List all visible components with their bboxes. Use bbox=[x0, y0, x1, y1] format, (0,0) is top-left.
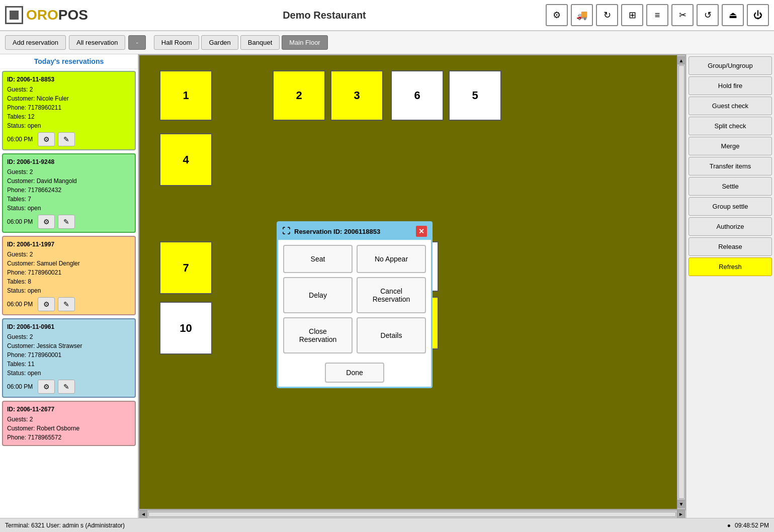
card-guests-1: Guests: 2 bbox=[7, 167, 131, 176]
right-btn-0[interactable]: Group/Ungroup bbox=[689, 56, 772, 75]
card-edit-btn-0[interactable]: ✎ bbox=[58, 132, 75, 146]
card-customer-0: Customer: Nicole Fuler bbox=[7, 94, 131, 103]
all-reservation-button[interactable]: All reservation bbox=[69, 35, 125, 50]
right-btn-2[interactable]: Guest check bbox=[689, 97, 772, 115]
card-footer-2: 06:00 PM ⚙ ✎ bbox=[7, 297, 131, 311]
reservation-card-2[interactable]: ID: 2006-11-1997 Guests: 2 Customer: Sam… bbox=[2, 236, 136, 315]
card-footer-1: 06:00 PM ⚙ ✎ bbox=[7, 215, 131, 229]
card-status-2: Status: open bbox=[7, 286, 131, 295]
scroll-track-v bbox=[678, 65, 684, 499]
table-1[interactable]: 1 bbox=[159, 70, 212, 121]
scroll-up-arrow[interactable]: ▲ bbox=[677, 56, 685, 64]
card-phone-3: Phone: 7178960001 bbox=[7, 350, 131, 360]
card-edit-btn-1[interactable]: ✎ bbox=[58, 215, 75, 229]
modal-seat-button[interactable]: Seat bbox=[283, 245, 353, 273]
card-footer-3: 06:00 PM ⚙ ✎ bbox=[7, 380, 131, 394]
card-id-0: ID: 2006-11-8853 bbox=[7, 75, 131, 84]
floor-scrollbar-h[interactable]: ◄ ► bbox=[138, 510, 686, 518]
table-7[interactable]: 7 bbox=[159, 241, 212, 294]
logo-pos: POS bbox=[58, 7, 88, 23]
reservation-card-1[interactable]: ID: 2006-11-9248 Guests: 2 Customer: Dav… bbox=[2, 153, 136, 233]
card-id-4: ID: 2006-11-2677 bbox=[7, 405, 131, 414]
right-btn-3[interactable]: Split check bbox=[689, 117, 772, 135]
card-settings-btn-1[interactable]: ⚙ bbox=[38, 215, 55, 229]
settings-button[interactable]: ⚙ bbox=[546, 4, 568, 26]
card-edit-btn-2[interactable]: ✎ bbox=[58, 297, 75, 311]
room-tabs: Hall Room Garden Banquet Main Floor bbox=[154, 35, 328, 50]
card-time-0: 06:00 PM bbox=[7, 135, 33, 144]
card-settings-btn-3[interactable]: ⚙ bbox=[38, 380, 55, 394]
table-3[interactable]: 3 bbox=[330, 70, 383, 121]
card-footer-0: 06:00 PM ⚙ ✎ bbox=[7, 132, 131, 146]
card-tables-2: Tables: 8 bbox=[7, 277, 131, 286]
card-customer-4: Customer: Robert Osborne bbox=[7, 424, 131, 433]
terminal-info: Terminal: 6321 User: admin s (Administra… bbox=[5, 522, 125, 529]
time-button[interactable]: ↺ bbox=[697, 4, 719, 26]
modal-body: Seat No Appear Delay Cancel Reservation … bbox=[278, 240, 431, 359]
right-btn-7[interactable]: Group settle bbox=[689, 197, 772, 216]
modal-delay-button[interactable]: Delay bbox=[283, 277, 353, 313]
scroll-track-h bbox=[148, 512, 676, 517]
reservation-card-4[interactable]: ID: 2006-11-2677 Guests: 2 Customer: Rob… bbox=[2, 401, 136, 446]
reservation-card-3[interactable]: ID: 2006-11-0961 Guests: 2 Customer: Jes… bbox=[2, 318, 136, 398]
modal-cancel-button[interactable]: Cancel Reservation bbox=[357, 277, 426, 313]
card-phone-1: Phone: 7178662432 bbox=[7, 186, 131, 195]
table-5[interactable]: 5 bbox=[449, 70, 501, 121]
card-guests-3: Guests: 2 bbox=[7, 332, 131, 341]
room-tab-garden[interactable]: Garden bbox=[201, 35, 238, 50]
reservation-card-0[interactable]: ID: 2006-11-8853 Guests: 2 Customer: Nic… bbox=[2, 71, 136, 150]
scroll-left-arrow[interactable]: ◄ bbox=[139, 510, 147, 518]
header-title: Demo Restaurant bbox=[103, 10, 546, 21]
table-2[interactable]: 2 bbox=[273, 70, 325, 121]
room-tab-hall[interactable]: Hall Room bbox=[154, 35, 200, 50]
room-tab-main[interactable]: Main Floor bbox=[282, 35, 327, 50]
card-phone-4: Phone: 7178965572 bbox=[7, 433, 131, 442]
scroll-right-arrow[interactable]: ► bbox=[677, 510, 685, 518]
room-tab-banquet[interactable]: Banquet bbox=[240, 35, 280, 50]
card-id-1: ID: 2006-11-9248 bbox=[7, 157, 131, 166]
card-customer-2: Customer: Samuel Dengler bbox=[7, 259, 131, 268]
right-btn-4[interactable]: Merge bbox=[689, 137, 772, 155]
minus-button[interactable]: - bbox=[128, 35, 145, 50]
list-button[interactable]: ≡ bbox=[646, 4, 668, 26]
right-btn-5[interactable]: Transfer items bbox=[689, 157, 772, 175]
floor-scrollbar-v[interactable]: ▲ ▼ bbox=[677, 55, 685, 509]
logo-text: OROPOS bbox=[26, 7, 88, 23]
modal-close-button[interactable]: ✕ bbox=[416, 226, 427, 237]
card-settings-btn-2[interactable]: ⚙ bbox=[38, 297, 55, 311]
modal-no-appear-button[interactable]: No Appear bbox=[357, 245, 426, 273]
delivery-button[interactable]: 🚚 bbox=[571, 4, 593, 26]
modal-details-button[interactable]: Details bbox=[357, 317, 426, 353]
right-btn-10[interactable]: Refresh bbox=[689, 257, 772, 276]
exit-button[interactable]: ⏏ bbox=[722, 4, 744, 26]
card-customer-1: Customer: David Mangold bbox=[7, 176, 131, 186]
refresh-button[interactable]: ↻ bbox=[596, 4, 618, 26]
grid-button[interactable]: ⊞ bbox=[621, 4, 643, 26]
sidebar-list: ID: 2006-11-8853 Guests: 2 Customer: Nic… bbox=[0, 69, 138, 518]
card-tables-0: Tables: 12 bbox=[7, 112, 131, 121]
right-btn-6[interactable]: Settle bbox=[689, 177, 772, 196]
status-time: 09:48:52 PM bbox=[735, 522, 769, 529]
right-btn-1[interactable]: Hold fire bbox=[689, 76, 772, 95]
table-10[interactable]: 10 bbox=[159, 302, 212, 354]
card-tables-3: Tables: 11 bbox=[7, 360, 131, 369]
power-button[interactable]: ⏻ bbox=[747, 4, 769, 26]
table-6[interactable]: 6 bbox=[391, 70, 444, 121]
logo-box bbox=[5, 6, 23, 24]
right-btn-9[interactable]: Release bbox=[689, 237, 772, 256]
sidebar: Today's reservations ID: 2006-11-8853 Gu… bbox=[0, 54, 138, 518]
card-edit-btn-3[interactable]: ✎ bbox=[58, 380, 75, 394]
scroll-down-arrow[interactable]: ▼ bbox=[677, 500, 685, 508]
table-4[interactable]: 4 bbox=[159, 133, 212, 186]
logo-oro: ORO bbox=[26, 7, 58, 23]
modal-close-reservation-button[interactable]: Close Reservation bbox=[283, 317, 353, 353]
right-btn-8[interactable]: Authorize bbox=[689, 217, 772, 236]
card-tables-1: Tables: 7 bbox=[7, 195, 131, 204]
card-settings-btn-0[interactable]: ⚙ bbox=[38, 132, 55, 146]
tools-button[interactable]: ✂ bbox=[671, 4, 694, 26]
add-reservation-button[interactable]: Add reservation bbox=[5, 35, 66, 50]
header: OROPOS Demo Restaurant ⚙ 🚚 ↻ ⊞ ≡ ✂ ↺ ⏏ ⏻ bbox=[0, 0, 774, 31]
modal-done-button[interactable]: Done bbox=[325, 363, 384, 383]
sidebar-title: Today's reservations bbox=[0, 54, 138, 69]
card-phone-0: Phone: 7178960211 bbox=[7, 103, 131, 112]
